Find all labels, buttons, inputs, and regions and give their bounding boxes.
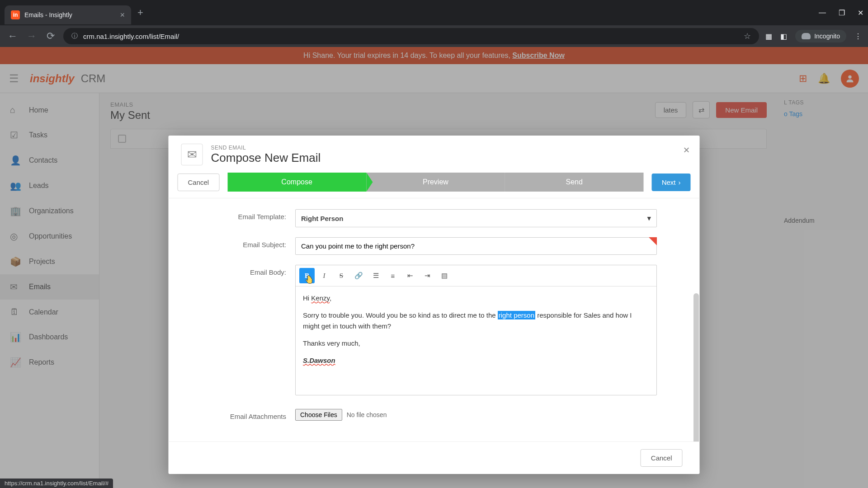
reload-button[interactable]: ⟳ (44, 30, 57, 42)
next-label: Next (662, 178, 676, 186)
outdent-button[interactable]: ⇤ (402, 268, 418, 283)
window-controls: — ❐ ✕ (819, 9, 863, 17)
forward-button[interactable]: → (25, 30, 38, 42)
favicon: in (11, 10, 20, 19)
email-icon: ✉ (181, 144, 203, 165)
modal-close-icon[interactable]: × (683, 144, 689, 156)
modal-pre-title: SEND EMAIL (211, 145, 321, 151)
link-button[interactable]: 🔗 (351, 268, 366, 283)
thanks-line: Thanks very much, (303, 338, 649, 349)
modal-scrollbar[interactable] (693, 293, 699, 442)
side-panel-icon[interactable]: ◧ (780, 32, 787, 41)
editor-content[interactable]: Hi Kenzy, Sorry to trouble you. Would yo… (296, 286, 656, 395)
template-select[interactable]: Right Person ▾ (295, 209, 657, 227)
email-body-editor: B I S 🔗 ☰ ≡ ⇤ ⇥ ▤ (295, 265, 657, 395)
body-label: Email Body: (178, 265, 295, 276)
italic-button[interactable]: I (316, 268, 332, 283)
incognito-label: Incognito (814, 33, 840, 40)
browser-tab[interactable]: in Emails - Insightly × (5, 5, 131, 24)
subject-label: Email Subject: (178, 237, 295, 249)
step-compose[interactable]: Compose (227, 173, 366, 192)
extensions-icon[interactable]: ▦ (765, 32, 772, 41)
selected-text: right person (497, 311, 535, 319)
footer-cancel-button[interactable]: Cancel (641, 449, 683, 467)
required-indicator (649, 237, 657, 245)
url-text: crm.na1.insightly.com/list/Email/ (83, 33, 738, 40)
cancel-button[interactable]: Cancel (178, 174, 220, 191)
file-status: No file chosen (346, 411, 387, 418)
minimize-button[interactable]: — (819, 9, 826, 17)
bullet-list-button[interactable]: ☰ (368, 268, 383, 283)
incognito-icon (802, 33, 811, 39)
subject-input[interactable] (295, 237, 657, 255)
bookmark-icon[interactable]: ☆ (744, 31, 751, 41)
close-window-button[interactable]: ✕ (858, 9, 863, 17)
dropdown-icon: ▾ (647, 214, 651, 222)
tab-close-icon[interactable]: × (120, 10, 125, 20)
indent-button[interactable]: ⇥ (420, 268, 435, 283)
browser-tab-strip: in Emails - Insightly × + — ❐ ✕ (0, 0, 868, 25)
bold-button[interactable]: B (299, 268, 315, 283)
signature: S.Dawson (303, 357, 335, 364)
browser-toolbar: ← → ⟳ ⓘ crm.na1.insightly.com/list/Email… (0, 25, 868, 47)
template-label: Email Template: (178, 209, 295, 221)
tab-title: Emails - Insightly (24, 11, 115, 19)
template-value: Right Person (301, 215, 343, 222)
choose-files-button[interactable]: Choose Files (295, 409, 342, 421)
numbered-list-button[interactable]: ≡ (385, 268, 401, 283)
browser-menu-icon[interactable]: ⋮ (854, 32, 862, 41)
editor-toolbar: B I S 🔗 ☰ ≡ ⇤ ⇥ ▤ (296, 265, 656, 286)
next-button[interactable]: Next› (652, 174, 691, 191)
greeting-name: Kenzy (311, 294, 330, 302)
step-bar: Compose Preview Send (227, 173, 643, 192)
browser-status-bar: https://crm.na1.insightly.com/list/Email… (0, 479, 113, 488)
step-send[interactable]: Send (505, 173, 644, 192)
incognito-badge[interactable]: Incognito (795, 30, 846, 42)
new-tab-button[interactable]: + (137, 7, 143, 19)
site-info-icon[interactable]: ⓘ (71, 32, 78, 40)
compose-email-modal: ✉ SEND EMAIL Compose New Email × Cancel … (169, 136, 700, 474)
address-bar[interactable]: ⓘ crm.na1.insightly.com/list/Email/ ☆ (63, 28, 759, 44)
quote-button[interactable]: ▤ (437, 268, 452, 283)
modal-title: Compose New Email (211, 151, 321, 165)
step-preview[interactable]: Preview (366, 173, 505, 192)
chevron-right-icon: › (679, 178, 681, 186)
strikethrough-button[interactable]: S (334, 268, 349, 283)
attachments-label: Email Attachments (178, 409, 295, 420)
maximize-button[interactable]: ❐ (839, 9, 845, 17)
back-button[interactable]: ← (6, 30, 19, 42)
